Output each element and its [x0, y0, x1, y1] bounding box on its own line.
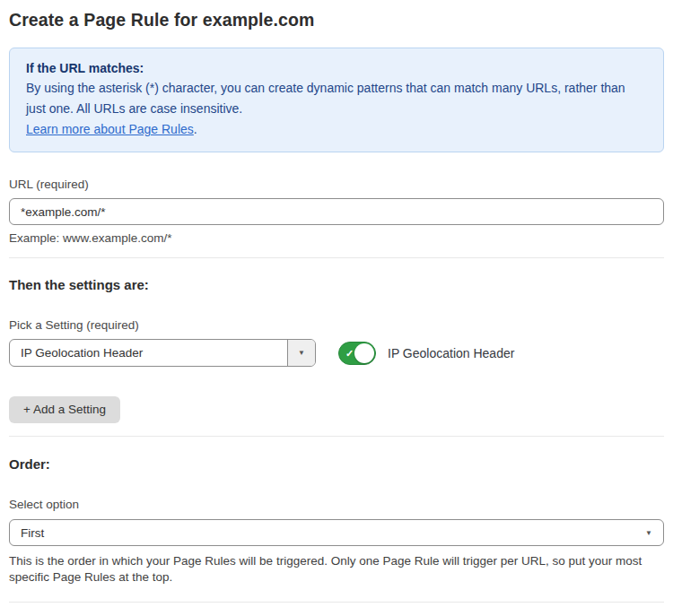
order-section-heading: Order: [9, 456, 664, 473]
settings-section-heading: Then the settings are: [9, 277, 664, 293]
url-input[interactable] [9, 198, 664, 225]
divider [9, 257, 664, 258]
learn-more-link[interactable]: Learn more about Page Rules [26, 122, 194, 136]
order-select[interactable]: First ▼ [9, 519, 664, 546]
order-help-text: This is the order in which your Page Rul… [9, 553, 660, 585]
pick-setting-label: Pick a Setting (required) [9, 317, 664, 333]
add-setting-button[interactable]: + Add a Setting [9, 396, 120, 423]
setting-select-value: IP Geolocation Header [10, 340, 287, 366]
ip-geolocation-toggle[interactable]: ✓ [338, 342, 376, 365]
url-match-info-box: If the URL matches: By using the asteris… [9, 48, 664, 152]
setting-picker-row: IP Geolocation Header ▼ ✓ IP Geolocation… [9, 339, 664, 367]
info-box-heading: If the URL matches: [26, 58, 647, 78]
page-title: Create a Page Rule for example.com [9, 10, 664, 30]
url-field-label: URL (required) [9, 177, 664, 192]
order-select-value: First [21, 526, 645, 540]
url-example-hint: Example: www.example.com/* [9, 230, 664, 246]
setting-select-arrow-button[interactable]: ▼ [287, 340, 315, 366]
toggle-label: IP Geolocation Header [388, 346, 514, 360]
page-rule-form: Create a Page Rule for example.com If th… [0, 10, 673, 616]
chevron-down-icon: ▼ [645, 529, 652, 537]
info-box-link-line: Learn more about Page Rules. [26, 119, 647, 140]
chevron-down-icon: ▼ [298, 349, 305, 357]
divider [9, 436, 664, 437]
divider [9, 602, 664, 603]
info-box-body: By using the asterisk (*) character, you… [26, 78, 647, 119]
check-icon: ✓ [345, 348, 354, 358]
toggle-knob [354, 343, 374, 363]
order-select-label: Select option [9, 497, 664, 512]
setting-select[interactable]: IP Geolocation Header ▼ [9, 339, 316, 367]
link-suffix: . [194, 122, 197, 136]
